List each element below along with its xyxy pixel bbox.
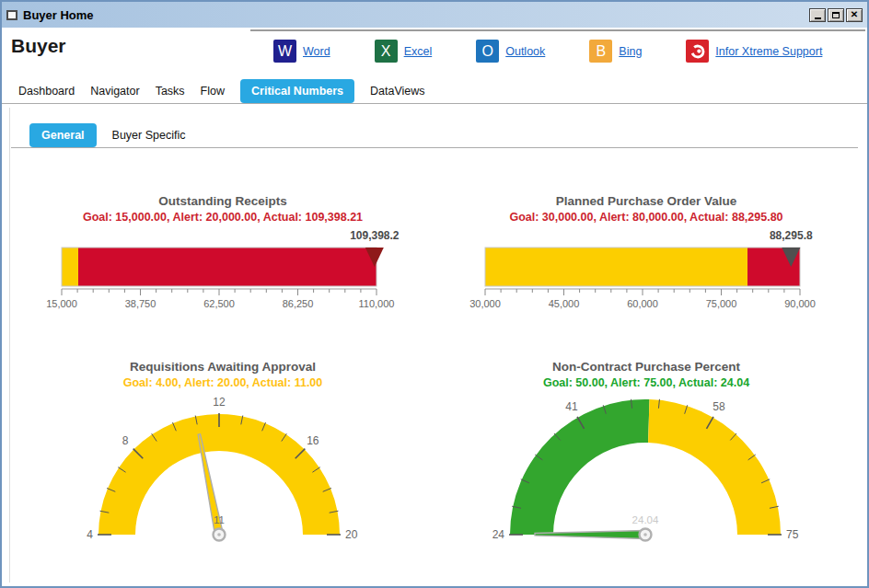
bullet-segment (78, 248, 377, 286)
gauge-segment (648, 399, 781, 535)
chart-title: Requisitions Awaiting Approval (130, 360, 316, 374)
gauge-tick-label: 41 (565, 400, 578, 413)
gauge-plot: 2441587524.04 (444, 389, 849, 550)
chart-title: Non-Contract Purchase Percent (552, 360, 740, 374)
excel-link-label[interactable]: Excel (404, 45, 433, 58)
sub-tab-bar: General Buyer Specific (11, 123, 858, 148)
gauge-value-label: 11 (214, 514, 225, 525)
axis-tick-label: 45,000 (549, 298, 580, 309)
chart-title: Planned Purchase Order Value (556, 194, 737, 208)
gauge-tick-label: 20 (345, 528, 358, 541)
bullet-chart-planned-purchase-order-value: 30,00045,00060,00075,00090,00088,295.8 (453, 224, 840, 316)
gauge-value-label: 24.04 (632, 514, 659, 525)
gauge-tick-label: 8 (122, 434, 129, 447)
word-link[interactable]: W Word (273, 40, 330, 63)
actual-marker-label: 109,398.2 (350, 229, 400, 242)
chart-goal-alert-actual: Goal: 15,000.00, Alert: 20,000.00, Actua… (83, 211, 363, 224)
bing-link[interactable]: B Bing (589, 40, 642, 63)
axis-tick-label: 15,000 (46, 298, 77, 309)
minimize-button[interactable] (809, 8, 826, 22)
infor-swirl-icon (686, 40, 709, 63)
bullet-plot: 15,00038,75062,50086,250110,000109,398.2 (29, 224, 416, 312)
tab-flow[interactable]: Flow (201, 80, 225, 102)
axis-tick-label: 38,750 (125, 298, 156, 309)
gauge-tick-label: 12 (213, 396, 226, 409)
bullet-segment (485, 248, 747, 286)
bullet-plot: 30,00045,00060,00075,00090,00088,295.8 (453, 224, 840, 312)
outlook-link[interactable]: O Outlook (476, 40, 545, 63)
chart-planned-purchase-order-value: Planned Purchase Order Value Goal: 30,00… (434, 194, 858, 316)
charts-grid: Outstanding Receipts Goal: 15,000.00, Al… (2, 148, 867, 554)
gauge-tick-label: 24 (492, 528, 505, 541)
subtab-buyer-specific[interactable]: Buyer Specific (100, 123, 198, 147)
tab-navigator[interactable]: Navigator (90, 80, 140, 102)
main-tab-bar: Dashboard Navigator Tasks Flow Critical … (2, 79, 867, 104)
outlook-icon: O (476, 40, 499, 63)
bullet-segment (62, 248, 78, 286)
axis-tick-label: 62,500 (203, 298, 235, 309)
axis-tick-label: 75,000 (706, 298, 737, 309)
outlook-link-label[interactable]: Outlook (505, 45, 545, 58)
chart-requisitions-awaiting-approval: Requisitions Awaiting Approval Goal: 4.0… (11, 360, 434, 554)
title-bar: Buyer Home ✕ (2, 2, 867, 28)
chart-title: Outstanding Receipts (158, 194, 287, 208)
gauge-chart-requisitions-awaiting-approval: 4812162011 (20, 389, 425, 554)
axis-tick-label: 110,000 (359, 298, 395, 309)
axis-tick-label: 60,000 (627, 298, 658, 309)
window-title: Buyer Home (23, 8, 807, 22)
subtab-general[interactable]: General (29, 123, 97, 147)
bing-link-label[interactable]: Bing (619, 45, 642, 58)
gauge-tick-label: 75 (786, 528, 799, 541)
chart-non-contract-purchase-percent: Non-Contract Purchase Percent Goal: 50.0… (434, 360, 858, 554)
bullet-chart-outstanding-receipts: 15,00038,75062,50086,250110,000109,398.2 (29, 224, 416, 316)
axis-tick-label: 90,000 (784, 298, 816, 309)
actual-marker-label: 88,295.8 (770, 229, 813, 242)
app-icon (6, 10, 17, 20)
gauge-chart-non-contract-purchase-percent: 2441587524.04 (444, 389, 849, 554)
word-icon: W (273, 40, 296, 63)
infor-xtreme-support-link[interactable]: Infor Xtreme Support (686, 40, 822, 63)
content-left-border (9, 108, 10, 582)
chart-outstanding-receipts: Outstanding Receipts Goal: 15,000.00, Al… (11, 194, 434, 316)
close-icon: ✕ (851, 10, 858, 19)
gauge-tick-label: 4 (87, 528, 93, 541)
app-window: Buyer Home ✕ Buyer W Word X Excel O Outl… (0, 0, 869, 588)
maximize-button[interactable] (828, 8, 844, 22)
chart-goal-alert-actual: Goal: 50.00, Alert: 75.00, Actual: 24.04 (543, 376, 749, 389)
chart-goal-alert-actual: Goal: 30,000.00, Alert: 80,000.00, Actua… (509, 211, 782, 224)
word-link-label[interactable]: Word (303, 45, 330, 58)
axis-tick-label: 86,250 (283, 298, 314, 309)
gauge-plot: 4812162011 (20, 389, 425, 550)
page-title: Buyer (11, 35, 66, 57)
tab-dataviews[interactable]: DataViews (370, 80, 425, 102)
gauge-tick-label: 16 (307, 434, 319, 447)
excel-icon: X (375, 40, 398, 63)
gauge-tick-label: 58 (713, 400, 725, 413)
tab-critical-numbers[interactable]: Critical Numbers (240, 79, 354, 103)
infor-xtreme-support-label[interactable]: Infor Xtreme Support (715, 45, 822, 58)
minimize-icon (815, 17, 821, 19)
tab-dashboard[interactable]: Dashboard (18, 80, 75, 102)
quick-links-toolbar: W Word X Excel O Outlook B Bing (250, 29, 865, 63)
chart-goal-alert-actual: Goal: 4.00, Alert: 20.00, Actual: 11.00 (123, 376, 323, 389)
bing-icon: B (589, 40, 612, 63)
tab-tasks[interactable]: Tasks (156, 80, 185, 102)
page-header: Buyer W Word X Excel O Outlook B Bing (2, 28, 867, 79)
close-button[interactable]: ✕ (846, 8, 863, 22)
excel-link[interactable]: X Excel (375, 40, 433, 63)
axis-tick-label: 30,000 (469, 298, 501, 309)
maximize-icon (832, 12, 840, 18)
